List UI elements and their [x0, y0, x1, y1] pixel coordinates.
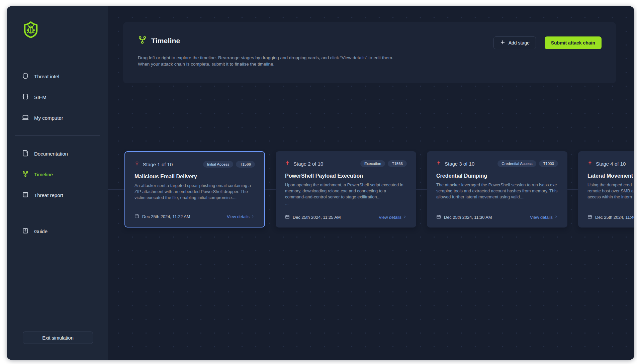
stage-card[interactable]: Stage 2 of 10 Execution T1566 PowerShell…: [276, 151, 416, 227]
stage-title: PowerShell Payload Execution: [285, 173, 407, 179]
stage-badges: Execution T1566: [360, 160, 407, 167]
sidebar-item-documentation[interactable]: Documentation: [15, 147, 100, 160]
stage-card-header: Stage 3 of 10 Credential Access T1003: [436, 160, 558, 168]
shield-icon: [22, 73, 29, 80]
stage-label: Stage 1 of 10: [143, 162, 173, 167]
sidebar-item-label: Guide: [34, 229, 48, 234]
technique-badge: T1003: [539, 160, 558, 167]
stage-card-footer: Dec 25th 2024, 11:25 AM View details: [285, 214, 407, 220]
sidebar-item-threat-intel[interactable]: Threat intel: [15, 70, 100, 83]
chevron-right-icon: [403, 215, 407, 220]
technique-badge: T1566: [388, 160, 407, 167]
calendar-icon: [285, 214, 290, 220]
view-details-label: View details: [530, 215, 553, 220]
stage-badges: Credential Access T1003: [497, 160, 558, 167]
sidebar-divider: [15, 217, 100, 217]
sidebar: Threat intel SIEM My computer: [7, 6, 108, 360]
stage-date: Dec 25th 2024, 11:22 AM: [142, 214, 190, 219]
laptop-icon: [22, 114, 29, 122]
file-icon: [22, 150, 29, 158]
stage-date: Dec 25th 2024, 11:30 AM: [444, 215, 492, 220]
help-icon: [22, 227, 29, 235]
view-details-label: View details: [379, 215, 401, 220]
exit-simulation-button[interactable]: Exit simulation: [23, 332, 93, 344]
calendar-icon: [134, 214, 139, 219]
stage-date: Dec 25th 2024, 11:40: [595, 215, 634, 220]
timeline-canvas[interactable]: Timeline Drag left or right to explore t…: [108, 6, 634, 360]
stage-card-footer: Dec 25th 2024, 11:22 AM View details: [134, 214, 255, 219]
stage-title: Lateral Movement vi: [587, 173, 634, 179]
sidebar-item-label: Documentation: [34, 151, 68, 157]
braces-icon: [22, 93, 29, 101]
stage-description: An attacker sent a targeted spear-phishi…: [134, 183, 255, 201]
view-details-link[interactable]: View details: [227, 214, 255, 219]
view-details-link[interactable]: View details: [379, 215, 407, 220]
sidebar-item-guide[interactable]: Guide: [15, 224, 100, 238]
chevron-right-icon: [251, 214, 255, 219]
dagger-icon: [436, 160, 441, 168]
sidebar-item-my-computer[interactable]: My computer: [15, 111, 100, 124]
stage-description: Using the dumped cred remote host over S…: [587, 182, 634, 200]
calendar-icon: [587, 214, 592, 220]
report-icon: [22, 191, 29, 199]
dagger-icon: [587, 160, 593, 168]
sidebar-item-threat-report[interactable]: Threat report: [15, 188, 100, 202]
sidebar-item-label: SIEM: [34, 94, 47, 100]
view-details-label: View details: [227, 214, 250, 219]
stage-title: Malicious Email Delivery: [134, 174, 255, 180]
stage-description: The attacker leveraged the PowerShell se…: [436, 182, 558, 200]
sidebar-item-label: Threat report: [34, 192, 63, 198]
stage-badges: Initial Access T1566: [203, 161, 255, 168]
dagger-icon: [285, 160, 290, 168]
calendar-icon: [436, 214, 441, 220]
sidebar-item-label: My computer: [34, 115, 63, 121]
shield-bug-logo-icon: [22, 19, 40, 40]
technique-badge: T1566: [236, 161, 255, 168]
stage-label: Stage 4 of 10: [596, 161, 626, 167]
sidebar-item-siem[interactable]: SIEM: [15, 90, 100, 104]
tactic-badge: Credential Access: [497, 160, 536, 167]
stage-card[interactable]: Stage 4 of 10 Lateral Movement vi Using …: [578, 151, 634, 227]
stage-card[interactable]: Stage 3 of 10 Credential Access T1003 Cr…: [427, 151, 567, 227]
chevron-right-icon: [554, 215, 558, 220]
stage-date: Dec 25th 2024, 11:25 AM: [293, 215, 341, 220]
stage-card-footer: Dec 25th 2024, 11:30 AM View details: [436, 214, 558, 220]
stage-description: Upon opening the attachment, a PowerShel…: [285, 182, 407, 206]
tactic-badge: Initial Access: [203, 161, 233, 168]
sidebar-nav: Threat intel SIEM My computer: [15, 70, 100, 245]
stage-cards-track: Stage 1 of 10 Initial Access T1566 Malic…: [108, 6, 634, 360]
app-window: Threat intel SIEM My computer: [7, 6, 634, 360]
sidebar-item-label: Timeline: [34, 172, 53, 177]
stage-card-footer: Dec 25th 2024, 11:40: [587, 214, 634, 220]
stage-card-header: Stage 1 of 10 Initial Access T1566: [134, 160, 255, 168]
stage-card-header: Stage 2 of 10 Execution T1566: [285, 160, 407, 168]
stage-title: Credential Dumping: [436, 173, 558, 179]
view-details-link[interactable]: View details: [530, 215, 558, 220]
stage-label: Stage 2 of 10: [293, 161, 323, 167]
stage-card[interactable]: Stage 1 of 10 Initial Access T1566 Malic…: [124, 151, 265, 227]
page-background: Threat intel SIEM My computer: [0, 0, 637, 364]
sidebar-divider: [15, 135, 100, 136]
dagger-icon: [134, 160, 140, 168]
tactic-badge: Execution: [360, 160, 385, 167]
sidebar-item-label: Threat intel: [34, 74, 59, 79]
sidebar-item-timeline[interactable]: Timeline: [15, 168, 100, 181]
stage-label: Stage 3 of 10: [445, 161, 474, 167]
git-fork-icon: [22, 171, 29, 178]
stage-card-header: Stage 4 of 10: [587, 160, 634, 168]
